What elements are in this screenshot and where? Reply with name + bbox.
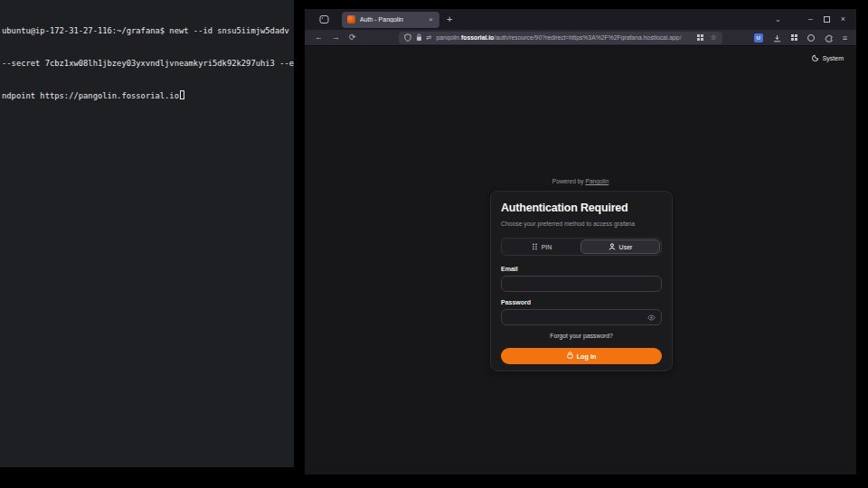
tab-user[interactable]: User [580, 239, 660, 254]
hamburger-menu-icon[interactable]: ≡ [843, 33, 847, 42]
email-label: Email [501, 266, 662, 272]
adblock-extension-icon[interactable]: U [754, 33, 763, 42]
pangolin-favicon-icon [347, 15, 355, 23]
window-controls: ⌄ – × [775, 15, 856, 23]
terminal-line: ndpoint https://pangolin.fossorial.io [2, 90, 294, 101]
tab-user-label: User [619, 244, 633, 250]
url-path: /auth/resource/90?redirect=https%3A%2F%2… [494, 34, 681, 41]
terminal-line-text: ndpoint https://pangolin.fossorial.io [2, 91, 179, 100]
apps-grid-icon[interactable] [791, 34, 797, 41]
url-text[interactable]: pangolin.fossorial.io/auth/resource/90?r… [436, 34, 693, 41]
theme-toggle[interactable]: System [812, 54, 844, 62]
containers-grid-icon[interactable] [697, 34, 703, 41]
minimize-button[interactable]: – [808, 15, 813, 23]
terminal-window[interactable]: ubuntu@ip-172-31-27-116:~/grafana$ newt … [0, 0, 294, 467]
password-field-wrap [501, 309, 662, 325]
auth-page: System Powered by Pangolin Authenticatio… [305, 46, 856, 474]
maximize-button[interactable] [824, 16, 830, 23]
forgot-password-link[interactable]: Forgot your password? [501, 333, 662, 339]
browser-tab[interactable]: Auth - Pangolin × [342, 12, 439, 28]
back-button[interactable]: ← [310, 33, 327, 42]
terminal-line: --secret 7cbz1xw08lh1jbzey03yxvndljvneam… [2, 58, 294, 69]
browser-toolbar: ← → ⟳ ⇄ pangolin.fossorial.io/auth/resou… [305, 30, 856, 46]
browser-window: Auth - Pangolin × + ⌄ – × ← → ⟳ [305, 9, 856, 474]
moon-icon [812, 54, 819, 62]
extensions-puzzle-icon[interactable] [825, 30, 833, 46]
urlbar-end-icons: ☆ [697, 33, 716, 42]
powered-by-text: Powered by [552, 178, 584, 184]
password-label: Password [501, 299, 662, 305]
reload-button[interactable]: ⟳ [344, 33, 361, 42]
address-bar[interactable]: ⇄ pangolin.fossorial.io/auth/resource/90… [399, 32, 722, 44]
tab-pin-label: PIN [542, 244, 552, 250]
tabs-list-chevron-icon[interactable]: ⌄ [775, 16, 781, 23]
password-input[interactable] [502, 310, 661, 324]
login-lock-icon [567, 352, 573, 361]
card-title: Authentication Required [501, 201, 662, 215]
show-password-eye-icon[interactable] [647, 314, 656, 322]
user-icon [609, 243, 616, 251]
firefox-view-icon[interactable] [317, 14, 330, 26]
desktop: ubuntu@ip-172-31-27-116:~/grafana$ newt … [0, 0, 868, 488]
permissions-swap-icon[interactable]: ⇄ [427, 34, 432, 42]
url-prefix: pangolin. [436, 34, 461, 41]
email-field-wrap [501, 276, 662, 292]
account-icon[interactable] [807, 34, 815, 42]
lock-icon[interactable] [416, 33, 422, 42]
browser-tab-bar: Auth - Pangolin × + ⌄ – × [305, 9, 856, 30]
tab-close-icon[interactable]: × [428, 15, 434, 23]
downloads-icon[interactable] [773, 30, 781, 46]
auth-card: Authentication Required Choose your pref… [490, 191, 673, 371]
toolbar-right-icons: U ≡ [754, 30, 856, 46]
tracking-shield-icon[interactable] [404, 33, 411, 42]
tab-title: Auth - Pangolin [360, 16, 428, 23]
tab-pin[interactable]: PIN [503, 239, 580, 254]
forward-button[interactable]: → [327, 33, 344, 42]
dialpad-icon [532, 243, 538, 251]
login-button[interactable]: Log in [501, 348, 662, 364]
powered-by: Powered by Pangolin [305, 178, 856, 184]
terminal-output: ubuntu@ip-172-31-27-116:~/grafana$ newt … [0, 0, 294, 123]
pangolin-link[interactable]: Pangolin [586, 178, 609, 184]
email-input[interactable] [502, 277, 661, 291]
terminal-line: ubuntu@ip-172-31-27-116:~/grafana$ newt … [2, 25, 294, 36]
close-window-button[interactable]: × [841, 15, 845, 23]
new-tab-button[interactable]: + [447, 14, 452, 24]
url-domain: fossorial.io [461, 34, 494, 41]
auth-method-tabs: PIN User [501, 238, 662, 256]
login-button-label: Log in [577, 352, 597, 361]
card-subtitle: Choose your preferred method to access g… [501, 220, 662, 228]
terminal-cursor [180, 90, 184, 99]
theme-label: System [823, 55, 844, 61]
bookmark-star-icon[interactable]: ☆ [710, 33, 716, 42]
